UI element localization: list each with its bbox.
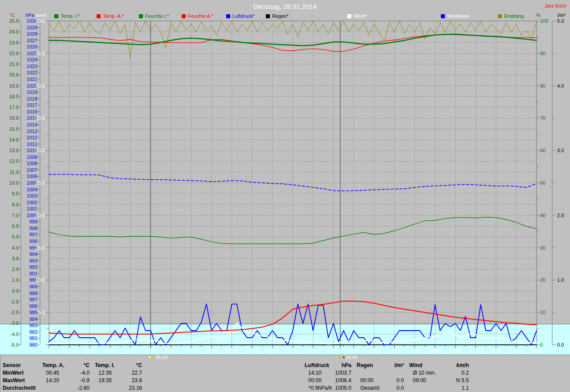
table-cell-value: 22.7 [95, 369, 142, 376]
table-cell-value: 1005.0 [305, 384, 351, 392]
axis-header-c: °C [9, 12, 15, 18]
axis-tick-label: 1006 [6, 174, 37, 179]
time-label: 19:00 [429, 348, 441, 354]
axis-tick-label: 983 [6, 323, 37, 328]
feuchte-a-swatch-icon [182, 14, 186, 18]
axis-header-lm2: l/m² [558, 12, 566, 18]
axis-tick-label: 50.0 [14, 18, 45, 24]
table-row-label: Sensor [3, 362, 21, 369]
weather-app-window: Dienstag, 28.01.2014 Jarz Erich Temp. I.… [0, 0, 570, 392]
time-label: 08:00 [205, 348, 218, 354]
temp-a-swatch-icon [97, 14, 101, 18]
legend-label: Feuchte A.* [188, 13, 213, 19]
axis-tick-label: 3.0 [557, 148, 564, 153]
time-label: 18:00 [408, 348, 421, 354]
series-temp-i [49, 34, 537, 46]
marker-dot-icon [149, 356, 151, 358]
axis-tick-label: 50 [540, 180, 546, 186]
axis-tick-label: 982 [6, 329, 37, 335]
legend-label: Wind* [354, 13, 366, 19]
legend-label: Luftdruck* [232, 13, 255, 19]
table-cell-value: 0.0 [357, 377, 404, 384]
legend-item-windboeen[interactable]: Windböen [441, 13, 469, 19]
time-label: 16:00 [368, 348, 380, 354]
legend-item-luftdruck[interactable]: Luftdruck* [226, 13, 255, 19]
legend-item-regen[interactable]: Regen* [266, 13, 289, 19]
legend-label: Regen* [272, 13, 289, 19]
table-cell-value: 1.1 [409, 384, 469, 392]
axis-tick-label: 1003 [6, 193, 37, 198]
legend-item-temp-a[interactable]: Temp. A.* [97, 13, 124, 19]
legend-item-wind[interactable]: Wind* [347, 13, 366, 19]
time-label: 17:00 [388, 348, 401, 354]
axis-tick-label: 996 [6, 238, 37, 244]
axis-tick-label: 80 [540, 83, 546, 89]
axis-tick-label: 989 [6, 284, 37, 289]
time-label: 06:00 [165, 348, 177, 354]
legend-item-feuchte-a[interactable]: Feuchte A.* [182, 13, 213, 19]
axis-tick-label: 30 [540, 245, 546, 251]
axis-tick-label: 20.0 [14, 213, 45, 218]
table-cell-value: -2.60 [42, 384, 90, 392]
table-cell-value: 0.2 [409, 369, 469, 376]
table-cell-value: 23.16 [95, 384, 142, 392]
axis-tick-label: 25.0 [14, 180, 45, 186]
series-feuchte-i [49, 217, 537, 244]
axis-tick-label: 1009 [6, 154, 37, 160]
axis-tick-label: 40.0 [14, 83, 45, 89]
axis-tick-label: 993 [6, 258, 37, 263]
series-windboeen [49, 304, 537, 345]
axis-tick-label: 988 [6, 291, 37, 296]
axis-tick-label: 981 [6, 335, 37, 341]
time-label: 24:00 [530, 348, 543, 354]
regen-swatch-icon [266, 14, 270, 18]
axis-tick-label: 999 [6, 219, 37, 224]
wind-swatch-icon [347, 14, 351, 18]
axis-tick-label: 1001 [6, 206, 37, 211]
table-cell-value: -0.9 [42, 377, 90, 384]
table-row-label: MinWert [3, 369, 24, 376]
feuchte-i-swatch-icon [139, 14, 143, 18]
axis-tick-label: 1013 [6, 129, 37, 134]
axis-tick-label: 987 [6, 297, 37, 302]
axis-tick-label: 40 [540, 213, 546, 218]
table-cell-value: 1006.4 [305, 377, 351, 384]
table-cell-value: 0.0 [357, 384, 404, 392]
time-label: 02:00 [83, 348, 96, 354]
axis-tick-label: 45.0 [14, 51, 45, 56]
axis-tick-label: 4.0 [557, 83, 564, 89]
axis-tick-label: 1018 [6, 96, 37, 101]
table-col-unit: °C [95, 362, 142, 369]
axis-tick-label: 35.0 [14, 115, 45, 121]
legend-item-empfang[interactable]: Empfang [498, 13, 524, 19]
time-marker: 05:00 [149, 355, 168, 360]
time-label: 23:00 [510, 348, 523, 354]
axis-tick-label: 70 [540, 115, 546, 121]
time-label: 14:00 [327, 348, 340, 354]
temp-i-swatch-icon [54, 14, 58, 18]
legend-item-feuchte-i[interactable]: Feuchte I.* [139, 13, 169, 19]
axis-tick-label: 1021 [6, 77, 37, 82]
axis-tick-label: 1014 [6, 122, 37, 127]
axis-tick-label: 0.0 [14, 342, 45, 348]
axis-tick-label: 986 [6, 303, 37, 309]
axis-tick-label: 1016 [6, 109, 37, 114]
table-cell-value: -4.0 [42, 369, 90, 376]
marker-triangle-icon [338, 356, 342, 359]
table-cell-value: 1003.7 [305, 369, 351, 376]
time-label: 11:00 [267, 348, 279, 354]
luftdruck-swatch-icon [226, 14, 230, 18]
axis-tick-label: 20 [540, 277, 546, 283]
time-marker: 14:20 [338, 355, 358, 360]
axis-tick-label: 1023 [6, 64, 37, 69]
axis-tick-label: 1008 [6, 161, 37, 166]
table-row-label: MaxWert [3, 377, 25, 384]
table-col-unit: km/h [409, 362, 469, 369]
legend-item-temp-i[interactable]: Temp. I.* [54, 13, 80, 19]
axis-tick-label: 5.0 [14, 310, 45, 315]
axis-tick-label: 1019 [6, 89, 37, 95]
table-col-unit: hPa [305, 362, 351, 369]
time-label: 12:00 [287, 348, 299, 354]
axis-tick-label: 90 [540, 51, 546, 56]
chart-canvas [0, 0, 570, 392]
